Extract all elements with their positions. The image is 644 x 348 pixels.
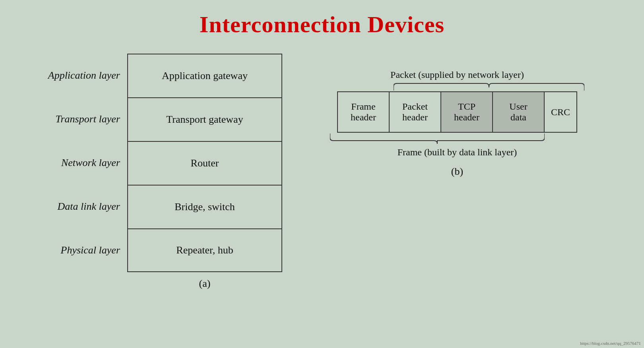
layer-rows: Application layerApplication gatewayTran… <box>12 54 282 272</box>
frame-cell-tcp-header: TCPheader <box>441 92 493 132</box>
brace-above <box>394 83 584 91</box>
layer-label: Transport layer <box>12 97 127 141</box>
layer-device: Transport gateway <box>127 97 282 141</box>
watermark: https://blog.csdn.net/qq_29576471 <box>580 341 641 346</box>
layer-row: Application layerApplication gateway <box>12 54 282 97</box>
main-content: Application layerApplication gatewayTran… <box>0 54 644 290</box>
layer-device: Repeater, hub <box>127 228 282 272</box>
layer-label: Data link layer <box>12 185 127 228</box>
layer-device: Application gateway <box>127 54 282 97</box>
frame-table: FrameheaderPacketheaderTCPheaderUserdata… <box>337 91 577 133</box>
layer-device: Bridge, switch <box>127 185 282 228</box>
diagram-b: Packet (supplied by network layer) Frame… <box>330 70 584 178</box>
frame-label: Frame (built by data link layer) <box>398 147 517 158</box>
layer-row: Data link layerBridge, switch <box>12 185 282 228</box>
frame-cell-packet-header: Packetheader <box>390 92 441 132</box>
page-title: Interconnection Devices <box>0 0 644 38</box>
layer-device: Router <box>127 141 282 185</box>
frame-cell-crc: CRC <box>545 92 576 132</box>
layer-label: Network layer <box>12 141 127 185</box>
packet-label: Packet (supplied by network layer) <box>390 70 524 80</box>
diagram-b-label: (b) <box>451 166 463 178</box>
diagram-a: Application layerApplication gatewayTran… <box>12 54 282 290</box>
layer-label: Application layer <box>12 54 127 97</box>
frame-cell-frame-header: Frameheader <box>338 92 390 132</box>
frame-cell-user-data: Userdata <box>493 92 545 132</box>
layer-row: Transport layerTransport gateway <box>12 97 282 141</box>
diagram-a-label: (a) <box>127 278 282 290</box>
layer-label: Physical layer <box>12 228 127 272</box>
layer-row: Physical layerRepeater, hub <box>12 228 282 272</box>
layer-row: Network layerRouter <box>12 141 282 185</box>
brace-below <box>330 133 545 145</box>
